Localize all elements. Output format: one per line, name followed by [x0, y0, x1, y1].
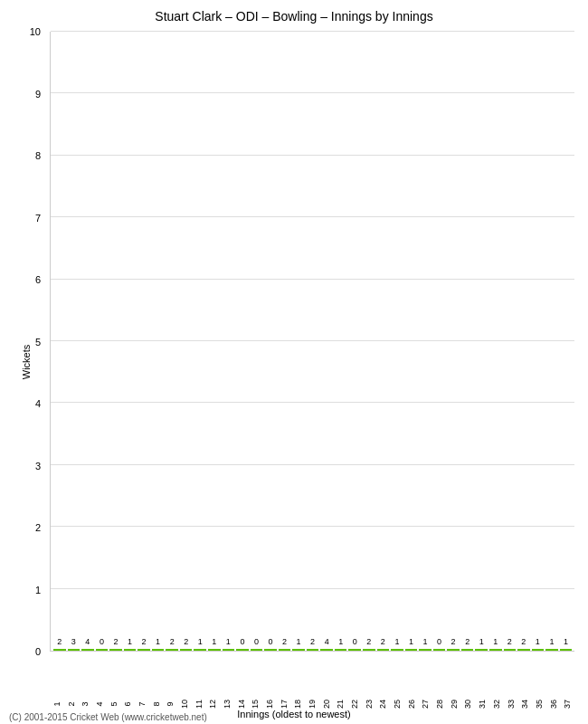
- bar-group: 1: [474, 649, 488, 651]
- bar-value-label: 1: [293, 637, 304, 646]
- bar-group: 0: [347, 649, 362, 651]
- y-tick-label: 4: [35, 398, 41, 409]
- bar-value-label: 2: [110, 637, 121, 646]
- bar-group: 2: [278, 649, 292, 651]
- bar: 2: [166, 649, 178, 651]
- bar: 1: [124, 649, 137, 651]
- chart-container: Stuart Clark – ODI – Bowling – Innings b…: [0, 0, 588, 724]
- bar: 2: [279, 649, 291, 651]
- bar-value-label: 1: [490, 637, 501, 646]
- bar-group: 1: [291, 649, 306, 651]
- bars-wrapper: 2340212122111000212410221110221122111: [51, 32, 574, 651]
- bar: 2: [138, 649, 150, 651]
- bar-group: 2: [306, 649, 320, 651]
- bar-value-label: 0: [265, 637, 276, 646]
- bar-value-label: 2: [308, 637, 318, 646]
- bar-group: 1: [488, 649, 503, 651]
- bar-group: 1: [559, 649, 574, 651]
- bar: 0: [433, 649, 446, 651]
- bar-value-label: 0: [349, 637, 360, 646]
- bar-group: 1: [151, 649, 166, 651]
- bar-group: 2: [165, 649, 179, 651]
- bar: 1: [223, 649, 235, 651]
- bar-group: 2: [137, 649, 151, 651]
- bar-value-label: 2: [181, 637, 192, 646]
- bar-value-label: 2: [138, 637, 149, 646]
- y-tick-label: 8: [35, 150, 41, 161]
- bar-value-label: 4: [321, 637, 332, 646]
- bar: 2: [180, 649, 193, 651]
- bar-value-label: 3: [69, 637, 80, 646]
- bar-value-label: 0: [251, 637, 262, 646]
- bar-value-label: 1: [336, 637, 346, 646]
- y-tick-labels: 012345678910: [0, 32, 45, 652]
- bar-group: 2: [109, 649, 123, 651]
- bar-value-label: 1: [420, 637, 431, 646]
- bar-group: 1: [193, 649, 207, 651]
- y-tick-label: 9: [35, 89, 41, 100]
- bar-group: 2: [517, 649, 531, 651]
- bar: 1: [489, 649, 502, 651]
- bar: 1: [194, 649, 206, 651]
- bar-group: 1: [418, 649, 432, 651]
- bar: 1: [560, 649, 573, 651]
- bar-value-label: 2: [378, 637, 389, 646]
- bar: 2: [363, 649, 375, 651]
- bar-value-label: 1: [561, 637, 572, 646]
- bar: 1: [152, 649, 165, 651]
- bar-group: 1: [123, 649, 138, 651]
- bar-group: 1: [334, 649, 348, 651]
- bar: 3: [68, 649, 81, 651]
- bar-value-label: 1: [223, 637, 234, 646]
- bar-group: 3: [67, 649, 81, 651]
- bar: 1: [391, 649, 403, 651]
- bar-value-label: 1: [406, 637, 417, 646]
- bar: 1: [208, 649, 221, 651]
- bar: 2: [377, 649, 390, 651]
- bar: 2: [109, 649, 122, 651]
- bar: 2: [517, 649, 530, 651]
- bar-group: 0: [235, 649, 250, 651]
- bar-group: 4: [81, 649, 95, 651]
- bar-value-label: 0: [434, 637, 445, 646]
- bar-group: 1: [404, 649, 419, 651]
- bar-value-label: 2: [280, 637, 290, 646]
- bar: 1: [419, 649, 432, 651]
- bar-group: 2: [446, 649, 460, 651]
- bar: 0: [348, 649, 361, 651]
- bar-group: 1: [222, 649, 236, 651]
- bar-value-label: 2: [54, 637, 65, 646]
- bar-value-label: 1: [125, 637, 136, 646]
- bar-group: 0: [250, 649, 264, 651]
- bar-group: 2: [362, 649, 376, 651]
- bar: 4: [81, 649, 94, 651]
- bar-group: 2: [376, 649, 391, 651]
- bar: 0: [251, 649, 263, 651]
- bar-value-label: 1: [533, 637, 544, 646]
- y-tick-label: 7: [35, 213, 41, 224]
- y-tick-label: 10: [30, 26, 41, 37]
- bar-group: 0: [432, 649, 447, 651]
- bar: 0: [96, 649, 109, 651]
- bar: 1: [292, 649, 305, 651]
- bar-group: 2: [503, 649, 517, 651]
- y-tick-label: 2: [35, 522, 41, 533]
- bar: 0: [236, 649, 249, 651]
- bar-value-label: 2: [166, 637, 177, 646]
- bar: 2: [307, 649, 319, 651]
- chart-area: 2340212122111000212410221110221122111: [50, 32, 574, 652]
- bar-value-label: 2: [448, 637, 459, 646]
- bar-value-label: 4: [82, 637, 93, 646]
- bar-value-label: 0: [97, 637, 108, 646]
- bar-group: 0: [95, 649, 109, 651]
- bar: 1: [475, 649, 488, 651]
- bar: 4: [320, 649, 333, 651]
- y-tick-label: 3: [35, 461, 41, 472]
- bar-group: 2: [52, 649, 67, 651]
- bar-group: 2: [460, 649, 475, 651]
- bar-group: 2: [179, 649, 194, 651]
- bar-value-label: 1: [476, 637, 487, 646]
- bar-group: 1: [390, 649, 404, 651]
- bar: 2: [53, 649, 66, 651]
- bar-value-label: 1: [153, 637, 164, 646]
